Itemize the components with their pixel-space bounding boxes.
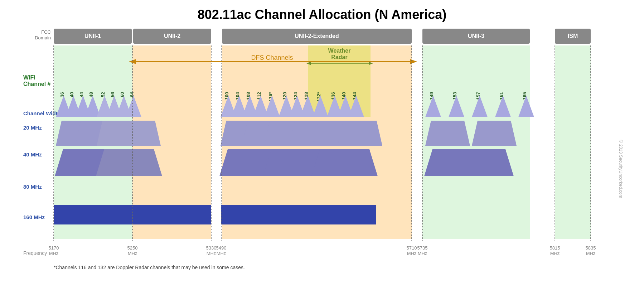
160mhz-label: 160 MHz xyxy=(23,214,45,220)
80mhz-traps-unii2ext xyxy=(219,149,378,176)
svg-marker-84 xyxy=(424,149,514,176)
main-title: 802.11ac Channel Allocation (N America) xyxy=(16,7,628,22)
fcc-label: FCC xyxy=(41,29,51,35)
ism-label: ISM xyxy=(567,33,577,39)
40mhz-label: 40 MHz xyxy=(23,151,42,158)
svg-text:MHz: MHz xyxy=(407,251,416,256)
diagram-container: 802.11ac Channel Allocation (N America) … xyxy=(9,4,635,286)
svg-rect-5 xyxy=(555,45,591,239)
frequency-label: Frequency xyxy=(23,250,47,256)
svg-text:MHz: MHz xyxy=(550,251,560,256)
svg-text:5250: 5250 xyxy=(127,245,137,251)
svg-marker-76 xyxy=(338,121,382,146)
svg-text:MHz: MHz xyxy=(49,251,58,256)
160mhz-rect-2 xyxy=(221,205,376,224)
20mhz-label: 20 MHz xyxy=(23,125,42,131)
wifi-channel-label: WiFi xyxy=(23,74,35,81)
svg-marker-78 xyxy=(472,121,517,146)
40mhz-traps-unii2ext xyxy=(221,121,382,146)
svg-text:5835: 5835 xyxy=(585,245,596,251)
svg-text:MHz: MHz xyxy=(216,251,226,256)
svg-text:5735: 5735 xyxy=(417,245,427,251)
dfs-label: DFS Channels xyxy=(251,54,293,61)
spectrum-svg: UNII-1 UNII-2 UNII-2-Extended UNII-3 ISM… xyxy=(21,26,623,284)
svg-text:MHz: MHz xyxy=(417,251,427,256)
channel-width-label: Channel Width xyxy=(23,110,61,116)
svg-text:5815: 5815 xyxy=(549,245,560,251)
unii2-label: UNII-2 xyxy=(164,33,180,39)
svg-text:MHz: MHz xyxy=(206,251,216,256)
svg-marker-70 xyxy=(116,121,161,146)
80mhz-traps-unii2 xyxy=(96,149,162,176)
weather-radar-label2: Radar xyxy=(331,54,347,60)
footnote: *Channels 116 and 132 are Doppler Radar … xyxy=(54,265,245,270)
svg-text:5330: 5330 xyxy=(206,245,216,251)
svg-text:5490: 5490 xyxy=(216,245,226,251)
svg-text:MHz: MHz xyxy=(586,251,595,256)
unii3-label: UNII-3 xyxy=(468,33,484,39)
svg-text:MHz: MHz xyxy=(127,251,137,256)
svg-text:5710: 5710 xyxy=(406,245,417,251)
svg-marker-83 xyxy=(311,149,378,176)
unii1-label: UNII-1 xyxy=(84,33,101,39)
wifi-channel-label2: Channel # xyxy=(23,81,51,87)
svg-text:5170: 5170 xyxy=(48,245,59,251)
unii2ext-label: UNII-2-Extended xyxy=(295,33,339,39)
svg-marker-77 xyxy=(425,121,470,146)
80mhz-label: 80 MHz xyxy=(23,184,42,190)
80mhz-traps-unii3 xyxy=(424,149,514,176)
copyright: © 2013 SecurityUncorked.com xyxy=(618,140,623,198)
frequency-labels: 5170 MHz 5250 MHz 5330 MHz 5490 MHz 5710… xyxy=(48,245,596,256)
svg-marker-80 xyxy=(96,149,162,176)
40mhz-traps-unii2 xyxy=(97,121,161,146)
domain-label: Domain xyxy=(35,35,51,40)
weather-radar-label: Weather xyxy=(328,48,350,54)
